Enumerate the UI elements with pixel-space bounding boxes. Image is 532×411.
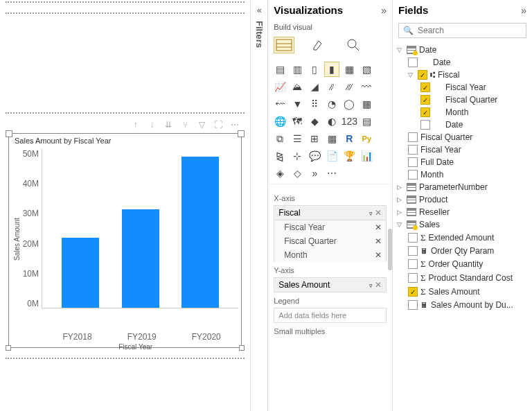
drill-up-icon[interactable]: ↑ bbox=[130, 119, 141, 130]
key-influencers-icon[interactable]: ⧎ bbox=[272, 148, 287, 164]
bar-fy2020[interactable] bbox=[181, 157, 219, 308]
scatter-icon[interactable]: ⠿ bbox=[307, 96, 322, 112]
collapse-icon[interactable]: « bbox=[257, 6, 262, 15]
field-fiscal-year-flat[interactable]: Fiscal Year bbox=[396, 143, 529, 156]
x-axis-subfield-month[interactable]: Month✕ bbox=[274, 248, 387, 262]
field-month-flat[interactable]: Month bbox=[396, 168, 529, 181]
multi-card-icon[interactable]: ▤ bbox=[359, 114, 374, 129]
plot-area[interactable] bbox=[42, 149, 238, 308]
checkbox[interactable] bbox=[408, 145, 418, 155]
checkbox[interactable] bbox=[408, 300, 418, 310]
expand-icon[interactable]: » bbox=[381, 5, 387, 16]
drill-down-icon[interactable]: ↓ bbox=[146, 119, 157, 130]
focus-icon[interactable]: ⛶ bbox=[213, 119, 224, 130]
area-icon[interactable]: ⛰ bbox=[290, 79, 305, 94]
azure-map-icon[interactable]: ◆ bbox=[307, 114, 322, 129]
paginated-icon[interactable]: 📊 bbox=[359, 148, 374, 164]
narrative-icon[interactable]: 📄 bbox=[324, 148, 339, 164]
chart-visual[interactable]: Sales Amount by Fiscal Year Sales Amount… bbox=[8, 133, 242, 348]
checkbox[interactable] bbox=[420, 120, 430, 130]
checkbox[interactable] bbox=[418, 70, 427, 80]
stacked-column-icon[interactable]: ▯ bbox=[307, 62, 322, 77]
powerapps-icon[interactable]: ◈ bbox=[272, 166, 287, 181]
donut-icon[interactable]: ◯ bbox=[342, 96, 357, 112]
remove-icon[interactable]: ✕ bbox=[375, 280, 382, 290]
stacked-bar100-icon[interactable]: ▦ bbox=[342, 62, 357, 77]
checkbox[interactable] bbox=[420, 82, 430, 92]
field-fiscal[interactable]: ▽⑆Fiscal bbox=[396, 69, 529, 81]
x-axis-subfield-quarter[interactable]: Fiscal Quarter✕ bbox=[274, 234, 387, 248]
waterfall-icon[interactable]: ⬳ bbox=[272, 96, 287, 112]
field-fiscal-date[interactable]: Date bbox=[396, 119, 529, 131]
stacked-bar-icon[interactable]: ▤ bbox=[272, 62, 287, 77]
card-icon[interactable]: 123 bbox=[342, 114, 357, 129]
gauge-icon[interactable]: ◐ bbox=[324, 114, 339, 129]
field-fiscal-quarter-flat[interactable]: Fiscal Quarter bbox=[396, 131, 529, 143]
table-sales[interactable]: ▽Sales bbox=[396, 218, 529, 231]
search-input[interactable] bbox=[418, 26, 522, 35]
field-product-std-cost[interactable]: ΣProduct Standard Cost bbox=[396, 271, 529, 285]
expand-icon[interactable]: » bbox=[521, 5, 526, 16]
matrix-icon[interactable]: ▦ bbox=[324, 131, 339, 146]
line-clustered-icon[interactable]: ⫻ bbox=[342, 79, 357, 94]
bar-fy2019[interactable] bbox=[122, 209, 159, 308]
more-visuals-icon[interactable]: ⋯ bbox=[324, 166, 339, 181]
checkbox[interactable] bbox=[408, 246, 418, 256]
r-visual-icon[interactable]: R bbox=[342, 131, 357, 146]
x-axis-field[interactable]: Fiscal▿ ✕ bbox=[274, 205, 387, 220]
stacked-area-icon[interactable]: ◢ bbox=[307, 79, 322, 94]
funnel-icon[interactable]: ▼ bbox=[290, 96, 305, 112]
decomp-tree-icon[interactable]: ⊹ bbox=[290, 148, 305, 164]
checkbox[interactable] bbox=[408, 273, 418, 283]
clustered-bar-icon[interactable]: ▥ bbox=[290, 62, 305, 77]
format-visual-tab[interactable] bbox=[308, 37, 329, 53]
field-full-date[interactable]: Full Date bbox=[396, 156, 529, 168]
field-fiscal-quarter[interactable]: Fiscal Quarter bbox=[396, 94, 529, 106]
kpi-icon[interactable]: ⧉ bbox=[272, 131, 287, 146]
field-extended-amount[interactable]: ΣExtended Amount bbox=[396, 231, 529, 245]
y-axis-field[interactable]: Sales Amount▿ ✕ bbox=[274, 277, 387, 292]
fields-search[interactable]: 🔍 bbox=[398, 23, 526, 38]
analytics-tab[interactable] bbox=[343, 37, 364, 53]
get-visuals-icon[interactable]: » bbox=[307, 166, 322, 181]
checkbox[interactable] bbox=[408, 233, 418, 243]
pie-icon[interactable]: ◔ bbox=[324, 96, 339, 112]
more-icon[interactable]: ⋯ bbox=[229, 119, 240, 130]
field-date[interactable]: Date bbox=[396, 56, 529, 69]
build-visual-tab[interactable] bbox=[274, 37, 294, 53]
checkbox[interactable] bbox=[420, 107, 430, 117]
map-icon[interactable]: 🌐 bbox=[272, 114, 287, 129]
line-stacked-icon[interactable]: ⫽ bbox=[324, 79, 339, 94]
scrollbar[interactable] bbox=[388, 229, 392, 270]
filters-pane-collapsed[interactable]: « Filters bbox=[250, 0, 268, 411]
checkbox[interactable] bbox=[408, 287, 418, 297]
checkbox[interactable] bbox=[420, 95, 430, 105]
bar-fy2018[interactable] bbox=[62, 238, 99, 308]
table-icon[interactable]: ⊞ bbox=[307, 131, 322, 146]
qa-icon[interactable]: 💬 bbox=[307, 148, 322, 164]
goals-icon[interactable]: 🏆 bbox=[342, 148, 357, 164]
checkbox[interactable] bbox=[408, 58, 418, 67]
table-product[interactable]: ▷Product bbox=[396, 193, 529, 206]
field-fiscal-year[interactable]: Fiscal Year bbox=[396, 81, 529, 94]
slicer-icon[interactable]: ☰ bbox=[290, 131, 305, 146]
table-date[interactable]: ▽Date bbox=[396, 44, 529, 56]
checkbox[interactable] bbox=[408, 170, 418, 180]
field-fiscal-month[interactable]: Month bbox=[396, 106, 529, 119]
field-order-quantity[interactable]: ΣOrder Quantity bbox=[396, 257, 529, 271]
checkbox[interactable] bbox=[408, 132, 418, 142]
line-icon[interactable]: 📈 bbox=[272, 79, 287, 94]
filter-icon[interactable]: ▽ bbox=[196, 119, 207, 130]
x-axis-subfield-year[interactable]: Fiscal Year✕ bbox=[274, 220, 387, 234]
checkbox[interactable] bbox=[408, 157, 418, 167]
report-canvas[interactable]: ↑ ↓ ⇊ ⑂ ▽ ⛶ ⋯ Sales Amount by Fiscal Yea… bbox=[0, 0, 250, 411]
filled-map-icon[interactable]: 🗺 bbox=[290, 114, 305, 129]
hierarchy-icon[interactable]: ⑂ bbox=[179, 119, 190, 130]
field-sales-amount[interactable]: ΣSales Amount bbox=[396, 285, 529, 299]
treemap-icon[interactable]: ▦ bbox=[359, 96, 374, 112]
remove-icon[interactable]: ✕ bbox=[375, 250, 382, 260]
remove-icon[interactable]: ✕ bbox=[375, 208, 382, 218]
table-reseller[interactable]: ▷Reseller bbox=[396, 206, 529, 218]
ribbon-icon[interactable]: 〰 bbox=[359, 79, 374, 94]
legend-well[interactable]: Add data fields here bbox=[274, 308, 387, 323]
